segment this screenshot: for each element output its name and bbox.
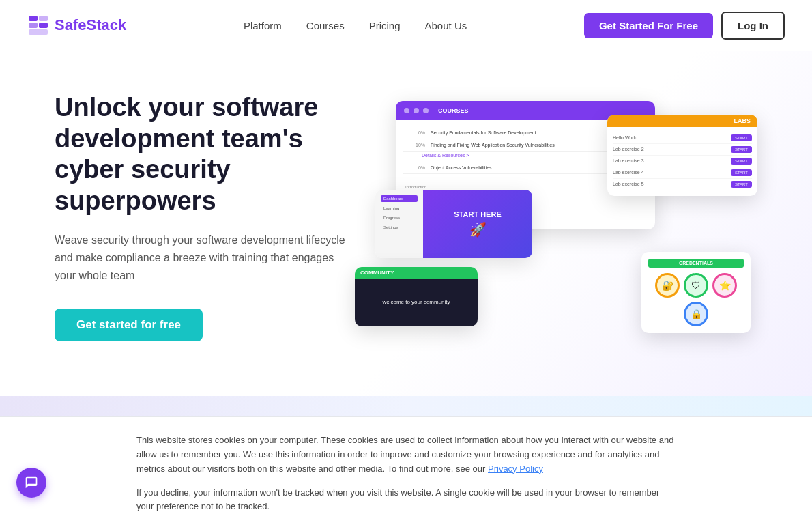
lab-row-4: Lab exercise 4 START <box>613 167 752 179</box>
lab-row-5: Lab exercise 5 START <box>613 179 752 190</box>
community-header: COMMUNITY <box>355 267 478 279</box>
header-actions: Get Started For Free Log In <box>584 12 785 40</box>
privacy-policy-link[interactable]: Privacy Policy <box>488 463 543 474</box>
hero-cta-button[interactable]: Get started for free <box>55 309 203 341</box>
lab-row-2: Lab exercise 2 START <box>613 144 752 156</box>
badge-1: 🔐 <box>655 273 680 298</box>
lab-start-1[interactable]: START <box>731 134 752 141</box>
bottom-strip <box>0 396 812 416</box>
browser-dot-1 <box>404 108 409 113</box>
chat-bubble[interactable] <box>16 468 46 498</box>
hero-subtitle: Weave security through your software dev… <box>55 231 355 284</box>
credentials-badges: 🔐 🛡 ⭐ 🔒 <box>648 273 744 326</box>
credentials-label: CREDENTIALS <box>648 259 744 268</box>
nav-pricing[interactable]: Pricing <box>369 20 401 31</box>
hero-right: COURSES 0% Security Fundamentals for Sof… <box>355 101 757 333</box>
sidebar-item-2: Progress <box>381 214 418 221</box>
courses-tag: COURSES <box>438 107 469 114</box>
badge-4: 🔒 <box>684 302 708 326</box>
chat-icon <box>25 476 38 489</box>
svg-rect-4 <box>29 29 48 35</box>
start-here-sidebar: Dashboard Learning Progress Settings <box>375 190 423 258</box>
hero-section: Unlock your software development team's … <box>0 51 812 396</box>
nav-about[interactable]: About Us <box>425 20 467 31</box>
login-button[interactable]: Log In <box>721 12 785 40</box>
cookie-main-text: This website stores cookies on your comp… <box>136 433 676 476</box>
lab-row-3: Lab exercise 3 START <box>613 156 752 167</box>
header: SafeStack Platform Courses Pricing About… <box>0 0 812 51</box>
start-here-content: Dashboard Learning Progress Settings STA… <box>375 190 532 258</box>
community-mockup: COMMUNITY welcome to your community <box>355 267 478 326</box>
logo-safe: Safe <box>55 16 86 33</box>
svg-rect-3 <box>39 23 48 28</box>
nav-courses[interactable]: Courses <box>306 20 345 31</box>
labs-header: LABS <box>607 115 757 127</box>
nav-platform[interactable]: Platform <box>244 20 282 31</box>
svg-rect-2 <box>39 16 48 21</box>
lab-start-3[interactable]: START <box>731 158 752 165</box>
browser-dot-2 <box>414 108 419 113</box>
sidebar-item-1: Learning <box>381 205 418 212</box>
cookie-banner: This website stores cookies on your comp… <box>0 416 812 514</box>
lab-start-4[interactable]: START <box>731 169 752 176</box>
badge-2: 🛡 <box>684 273 708 298</box>
svg-rect-1 <box>29 23 38 28</box>
start-here-main: START HERE 🚀 <box>423 190 532 258</box>
sidebar-item-3: Settings <box>381 224 418 231</box>
get-started-button[interactable]: Get Started For Free <box>584 13 713 38</box>
logo[interactable]: SafeStack <box>27 14 126 36</box>
browser-dot-3 <box>423 108 429 113</box>
lab-start-2[interactable]: START <box>731 146 752 153</box>
labs-body: Hello World START Lab exercise 2 START L… <box>607 127 757 196</box>
start-here-label: START HERE <box>454 210 501 218</box>
hero-title: Unlock your software development team's … <box>55 92 355 216</box>
community-body: welcome to your community <box>355 279 478 326</box>
lab-row-1: Hello World START <box>613 132 752 144</box>
main-nav: Platform Courses Pricing About Us <box>244 20 467 31</box>
hero-left: Unlock your software development team's … <box>55 92 355 341</box>
logo-icon <box>27 14 49 36</box>
cookie-decline-text: If you decline, your information won't b… <box>136 486 676 514</box>
logo-stack: Stack <box>86 16 126 33</box>
credentials-mockup: CREDENTIALS 🔐 🛡 ⭐ 🔒 <box>641 252 751 333</box>
start-here-mockup: Dashboard Learning Progress Settings STA… <box>375 190 532 258</box>
lab-start-5[interactable]: START <box>731 181 752 188</box>
logo-text: SafeStack <box>55 16 126 34</box>
labs-mockup: LABS Hello World START Lab exercise 2 ST… <box>607 115 757 196</box>
svg-rect-0 <box>29 16 38 21</box>
sidebar-item-active: Dashboard <box>381 195 418 202</box>
badge-3: ⭐ <box>712 273 737 298</box>
